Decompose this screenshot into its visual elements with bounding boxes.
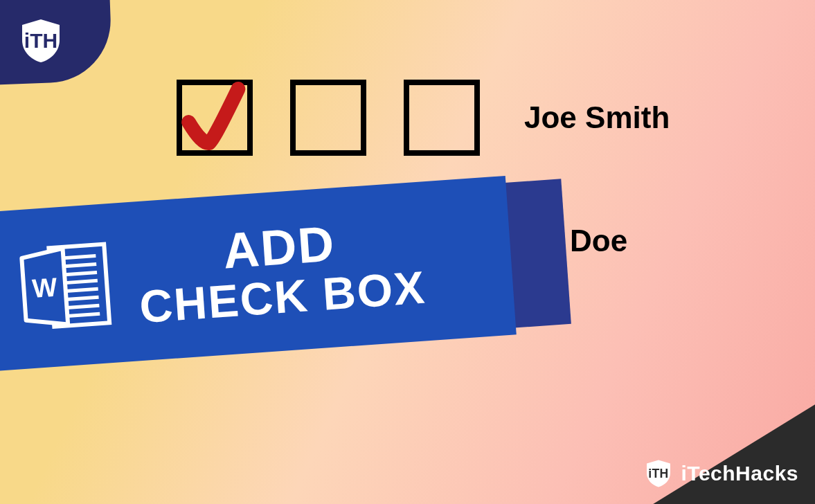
shield-logo-icon: iTH bbox=[17, 17, 65, 65]
shield-logo-icon: iTH bbox=[643, 458, 674, 489]
brand-footer: iTH iTechHacks bbox=[643, 458, 798, 489]
checkbox-empty[interactable] bbox=[290, 80, 366, 156]
checkbox-row: Joe Smith bbox=[177, 80, 670, 156]
brand-logo-top: iTH bbox=[17, 17, 65, 68]
checkmark-icon bbox=[175, 66, 265, 170]
ms-word-icon: W bbox=[10, 231, 120, 342]
brand-name: iTechHacks bbox=[681, 462, 798, 485]
banner-text: ADD CHECK BOX bbox=[134, 211, 427, 331]
banner-main: W ADD CHECK BOX bbox=[0, 176, 517, 371]
svg-text:W: W bbox=[31, 273, 58, 303]
svg-text:iTH: iTH bbox=[649, 467, 669, 480]
checkbox-empty[interactable] bbox=[404, 80, 480, 156]
title-banner: W ADD CHECK BOX bbox=[0, 172, 573, 399]
row-name-label: Joe Smith bbox=[524, 100, 670, 135]
checkbox-checked[interactable] bbox=[177, 80, 253, 156]
svg-text:iTH: iTH bbox=[24, 29, 57, 52]
